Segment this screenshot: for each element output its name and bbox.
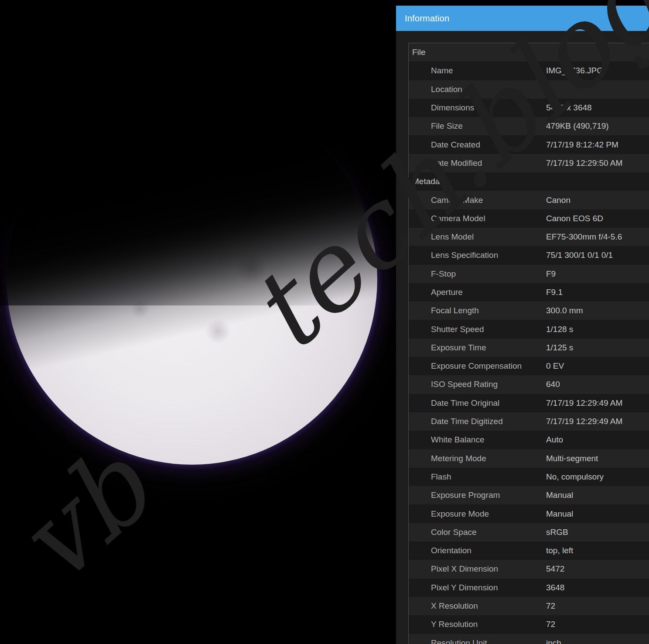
table-row: Lens Specification 75/1 300/1 0/1 0/1 xyxy=(409,246,649,264)
row-value: 7/17/19 8:12:42 PM xyxy=(546,140,618,150)
row-value: 75/1 300/1 0/1 0/1 xyxy=(546,250,613,260)
row-label: Name xyxy=(409,66,546,75)
information-panel-header: Information xyxy=(396,6,649,31)
row-label: Date Created xyxy=(409,140,546,150)
table-row: Date Time Digitized 7/17/19 12:29:49 AM xyxy=(409,412,649,431)
row-label: X Resolution xyxy=(409,601,546,611)
row-value: sRGB xyxy=(546,528,568,537)
table-row: Resolution Unit inch xyxy=(409,634,649,644)
table-row: Dimensions 5472 x 3648 xyxy=(409,99,649,117)
table-row: White Balance Auto xyxy=(409,431,649,449)
row-label: Y Resolution xyxy=(409,620,546,629)
row-label: Camera Model xyxy=(409,214,546,223)
row-value: inch xyxy=(546,638,561,644)
row-value: Manual xyxy=(546,509,573,519)
row-label: Camera Make xyxy=(409,195,546,205)
table-row: F-Stop F9 xyxy=(409,265,649,283)
row-label: ISO Speed Rating xyxy=(409,380,546,389)
table-row: Date Modified 7/17/19 12:29:50 AM xyxy=(409,154,649,172)
row-label: Focal Length xyxy=(409,306,546,315)
row-value: 7/17/19 12:29:50 AM xyxy=(546,158,622,168)
row-label: Exposure Mode xyxy=(409,509,546,519)
table-row: Name IMG_7736.JPG xyxy=(409,62,649,80)
row-label: Lens Specification xyxy=(409,250,546,260)
table-row: Exposure Time 1/125 s xyxy=(409,339,649,357)
row-label: Resolution Unit xyxy=(409,638,546,644)
table-row: Flash No, compulsory xyxy=(409,468,649,486)
row-label: Lens Model xyxy=(409,232,546,242)
info-panel-scroll-area[interactable]: File Name IMG_7736.JPG Location Dimensio… xyxy=(408,43,649,644)
row-label: File Size xyxy=(409,121,546,131)
row-value: Canon xyxy=(546,195,570,205)
row-label: Date Time Digitized xyxy=(409,417,546,426)
row-label: Flash xyxy=(409,472,546,482)
row-value: Auto xyxy=(546,435,563,445)
row-value: 5472 x 3648 xyxy=(546,103,592,113)
table-row: Pixel Y Dimension 3648 xyxy=(409,579,649,597)
row-value: Canon EOS 6D xyxy=(546,214,603,223)
table-row: ISO Speed Rating 640 xyxy=(409,375,649,394)
table-row: Camera Make Canon xyxy=(409,191,649,209)
row-label: Location xyxy=(409,85,546,94)
table-row: Y Resolution 72 xyxy=(409,615,649,634)
table-row: Pixel X Dimension 5472 xyxy=(409,560,649,578)
row-value: F9.1 xyxy=(546,288,563,297)
row-value: 3648 xyxy=(546,583,564,593)
row-label: Pixel Y Dimension xyxy=(409,583,546,593)
photo-viewport xyxy=(0,0,396,644)
table-row: Shutter Speed 1/128 s xyxy=(409,320,649,338)
row-value: IMG_7736.JPG xyxy=(546,66,603,75)
row-value: 1/128 s xyxy=(546,325,573,334)
row-value: 0 EV xyxy=(546,361,564,371)
row-value: Multi-segment xyxy=(546,454,598,463)
table-row: Exposure Mode Manual xyxy=(409,504,649,523)
row-value: 7/17/19 12:29:49 AM xyxy=(546,398,622,408)
row-label: Date Time Original xyxy=(409,398,546,408)
row-label: Aperture xyxy=(409,288,546,297)
table-row: X Resolution 72 xyxy=(409,597,649,615)
table-row: Location xyxy=(409,80,649,99)
row-label: Metering Mode xyxy=(409,454,546,463)
earth-shadow-overlay xyxy=(0,0,396,305)
row-value: F9 xyxy=(546,269,556,279)
row-label: Pixel X Dimension xyxy=(409,564,546,574)
row-label: Date Modified xyxy=(409,158,546,168)
information-panel: Information File Name IMG_7736.JPG Locat… xyxy=(396,6,649,644)
row-label: Exposure Compensation xyxy=(409,361,546,371)
table-row: Date Time Original 7/17/19 12:29:49 AM xyxy=(409,394,649,412)
section-label: Metadata xyxy=(409,177,447,186)
panel-title: Information xyxy=(396,14,449,24)
row-value: 72 xyxy=(546,620,555,629)
row-value: 300.0 mm xyxy=(546,306,583,315)
screenshot-stage: vb tech.blog Information File Name IMG_7… xyxy=(0,0,649,644)
row-value: 7/17/19 12:29:49 AM xyxy=(546,417,622,426)
table-row: Exposure Program Manual xyxy=(409,486,649,504)
section-label: File xyxy=(409,48,426,57)
row-value: EF75-300mm f/4-5.6 xyxy=(546,232,622,242)
row-value: 640 xyxy=(546,380,560,389)
row-value: 479KB (490,719) xyxy=(546,121,609,131)
table-row: Color Space sRGB xyxy=(409,523,649,541)
row-value: top, left xyxy=(546,546,573,555)
row-label: Exposure Program xyxy=(409,490,546,500)
row-label: F-Stop xyxy=(409,269,546,279)
table-row: Date Created 7/17/19 8:12:42 PM xyxy=(409,135,649,154)
row-label: Orientation xyxy=(409,546,546,555)
row-label: Color Space xyxy=(409,528,546,537)
section-header-row: Metadata xyxy=(409,172,649,191)
row-value: 72 xyxy=(546,601,555,611)
table-row: Aperture F9.1 xyxy=(409,283,649,301)
row-value: 1/125 s xyxy=(546,343,573,353)
row-value: 5472 xyxy=(546,564,564,574)
table-row: File Size 479KB (490,719) xyxy=(409,117,649,135)
table-row: Exposure Compensation 0 EV xyxy=(409,357,649,375)
row-value: Manual xyxy=(546,490,573,500)
row-value: No, compulsory xyxy=(546,472,604,482)
row-label: Dimensions xyxy=(409,103,546,113)
table-row: Focal Length 300.0 mm xyxy=(409,301,649,320)
section-header-row: File xyxy=(409,43,649,62)
table-row: Camera Model Canon EOS 6D xyxy=(409,209,649,228)
row-label: Shutter Speed xyxy=(409,325,546,334)
table-row: Lens Model EF75-300mm f/4-5.6 xyxy=(409,228,649,246)
table-row: Metering Mode Multi-segment xyxy=(409,449,649,468)
